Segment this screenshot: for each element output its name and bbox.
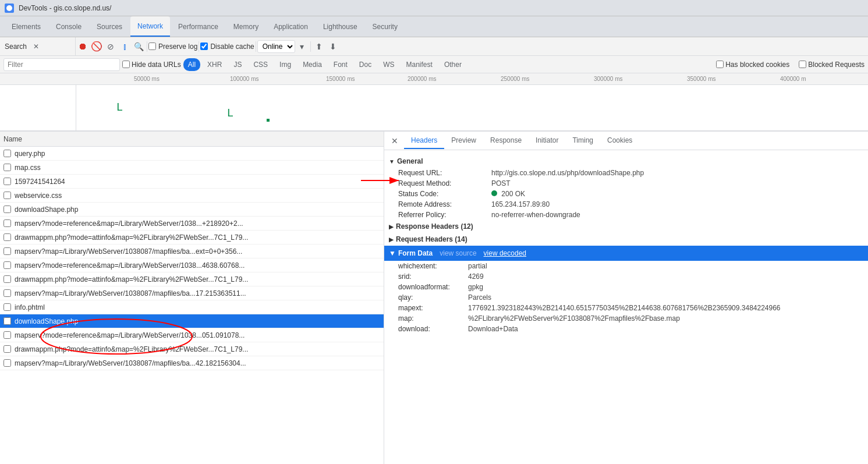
tab-network[interactable]: Network <box>130 16 170 37</box>
filter-font-btn[interactable]: Font <box>329 58 352 71</box>
request-headers-arrow: ▶ <box>389 236 394 243</box>
tick-300000: 300000 ms <box>594 76 622 82</box>
list-item[interactable]: map.css <box>0 161 384 175</box>
item-checkbox[interactable] <box>3 303 11 311</box>
headers-content: ▼ General Request URL: http://gis.co.slo… <box>384 150 868 339</box>
filter-button[interactable]: ⫿ <box>118 40 132 54</box>
tab-memory[interactable]: Memory <box>226 16 265 37</box>
item-checkbox[interactable] <box>3 331 11 339</box>
hide-data-urls-checkbox[interactable] <box>122 61 130 68</box>
tab-response[interactable]: Response <box>483 133 529 149</box>
list-item[interactable]: downloadShape.php <box>0 203 384 217</box>
item-checkbox[interactable] <box>3 192 11 199</box>
search-button[interactable]: 🔍 <box>132 40 146 54</box>
list-item[interactable]: mapserv?mode=reference&map=/Library/WebS… <box>0 328 384 342</box>
blocked-requests-label[interactable]: Blocked Requests <box>799 61 865 69</box>
toolbar-divider-2 <box>199 41 199 52</box>
close-detail-button[interactable]: ✕ <box>389 135 401 147</box>
tab-console[interactable]: Console <box>49 16 88 37</box>
form-data-header[interactable]: ▼ Form Data view source view decoded <box>384 246 868 261</box>
tab-security[interactable]: Security <box>366 16 405 37</box>
list-item[interactable]: query.php <box>0 147 384 161</box>
general-section-header[interactable]: ▼ General <box>384 155 868 168</box>
download-button[interactable]: ⬇ <box>326 40 340 54</box>
tab-lighthouse[interactable]: Lighthouse <box>316 16 364 37</box>
list-item[interactable]: drawmappm.php?mode=attinfo&map=%2FLibrar… <box>0 342 384 356</box>
form-data-mapext: mapext: 1776921.3923182443%2B214140.6515… <box>384 303 868 313</box>
item-checkbox[interactable] <box>3 261 11 269</box>
item-checkbox[interactable] <box>3 233 11 241</box>
throttle-chevron[interactable]: ▾ <box>295 40 309 54</box>
disable-cache-checkbox[interactable] <box>200 42 208 50</box>
filter-other-btn[interactable]: Other <box>440 58 466 71</box>
filter-css-btn[interactable]: CSS <box>249 58 272 71</box>
list-item[interactable]: drawmappm.php?mode=attinfo&map=%2FLibrar… <box>0 272 384 286</box>
blocked-requests-checkbox[interactable] <box>799 61 806 68</box>
filter-media-btn[interactable]: Media <box>298 58 327 71</box>
list-item[interactable]: mapserv?map=/Library/WebServer/1038087/m… <box>0 286 384 300</box>
item-checkbox[interactable] <box>3 206 11 213</box>
filter-ws-btn[interactable]: WS <box>378 58 399 71</box>
list-item[interactable]: mapserv?map=/Library/WebServer/1038087/m… <box>0 356 384 370</box>
disable-cache-label[interactable]: Disable cache <box>200 42 254 51</box>
list-item[interactable]: drawmappm.php?mode=attinfo&map=%2FLibrar… <box>0 231 384 245</box>
filter-img-btn[interactable]: Img <box>275 58 296 71</box>
timeline-area[interactable]: L L <box>0 85 868 132</box>
record-button[interactable]: ⏺ <box>76 40 90 54</box>
item-checkbox[interactable] <box>3 178 11 185</box>
filter-all-btn[interactable]: All <box>183 58 200 71</box>
tab-elements[interactable]: Elements <box>5 16 48 37</box>
title-text: DevTools - gis.co.slope.nd.us/ <box>19 4 111 12</box>
filter-xhr-btn[interactable]: XHR <box>203 58 226 71</box>
tab-sources[interactable]: Sources <box>90 16 129 37</box>
list-item-info-phtml[interactable]: info.phtml <box>0 300 384 314</box>
tab-performance[interactable]: Performance <box>171 16 225 37</box>
download-key: download: <box>398 325 468 333</box>
item-checkbox[interactable] <box>3 289 11 297</box>
has-blocked-cookies-label[interactable]: Has blocked cookies <box>716 61 789 69</box>
tab-cookies[interactable]: Cookies <box>600 133 639 149</box>
item-checkbox[interactable] <box>3 275 11 283</box>
item-checkbox[interactable] <box>3 317 11 325</box>
upload-button[interactable]: ⬆ <box>312 40 326 54</box>
list-item[interactable]: mapserv?map=/Library/WebServer/1038087/m… <box>0 245 384 258</box>
filter-manifest-btn[interactable]: Manifest <box>402 58 437 71</box>
list-item[interactable]: mapserv?mode=reference&map=/Library/WebS… <box>0 217 384 231</box>
hide-data-urls-label[interactable]: Hide data URLs <box>122 61 181 69</box>
tab-headers[interactable]: Headers <box>404 133 444 149</box>
list-item[interactable]: webservice.css <box>0 189 384 203</box>
item-checkbox[interactable] <box>3 345 11 353</box>
list-item[interactable]: mapserv?mode=reference&map=/Library/WebS… <box>0 258 384 272</box>
tab-initiator[interactable]: Initiator <box>529 133 565 149</box>
view-source-link[interactable]: view source <box>440 249 476 257</box>
response-headers-section[interactable]: ▶ Response Headers (12) <box>384 220 868 233</box>
stop-button[interactable]: 🚫 <box>90 40 104 54</box>
list-item[interactable]: 1597241541264 <box>0 175 384 189</box>
item-checkbox[interactable] <box>3 164 11 171</box>
request-url-row: Request URL: http://gis.co.slope.nd.us/p… <box>384 168 868 178</box>
preserve-log-checkbox[interactable] <box>148 42 156 50</box>
tab-application[interactable]: Application <box>267 16 315 37</box>
waterfall-mark-1: L <box>116 101 123 113</box>
filter-doc-btn[interactable]: Doc <box>355 58 376 71</box>
item-checkbox[interactable] <box>3 150 11 157</box>
item-checkbox[interactable] <box>3 247 11 255</box>
list-item-downloadshape[interactable]: downloadShape.php <box>0 314 384 328</box>
filter-input[interactable] <box>3 58 120 71</box>
tab-preview[interactable]: Preview <box>444 133 483 149</box>
item-checkbox[interactable] <box>3 359 11 367</box>
view-decoded-link[interactable]: view decoded <box>484 249 526 257</box>
request-headers-section[interactable]: ▶ Request Headers (14) <box>384 233 868 246</box>
status-code-key: Status Code: <box>398 190 491 198</box>
srid-val: 4269 <box>468 272 484 281</box>
tab-timing[interactable]: Timing <box>565 133 600 149</box>
has-blocked-cookies-checkbox[interactable] <box>716 61 724 68</box>
map-key: map: <box>398 314 468 323</box>
filter-js-btn[interactable]: JS <box>229 58 246 71</box>
item-checkbox[interactable] <box>3 219 11 227</box>
clear-button[interactable]: ⊘ <box>104 40 118 54</box>
search-close-button[interactable]: ✕ <box>29 40 43 54</box>
throttle-select[interactable]: Online <box>257 40 295 53</box>
preserve-log-label[interactable]: Preserve log <box>148 42 197 51</box>
form-data-arrow: ▼ <box>389 249 396 257</box>
